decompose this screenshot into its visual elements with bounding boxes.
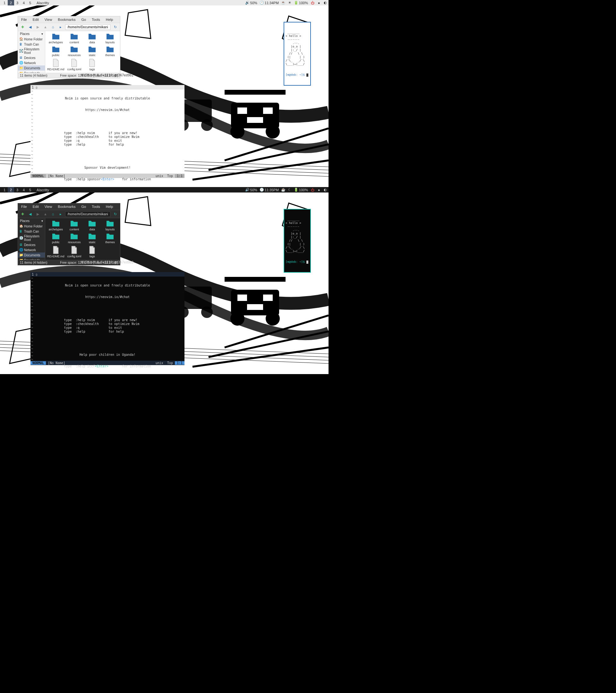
coffee-indicator[interactable]: ☕ bbox=[281, 188, 285, 192]
volume-indicator[interactable]: 🔊50% bbox=[245, 188, 257, 192]
clock[interactable]: 🕐11:35PM bbox=[260, 188, 279, 192]
volume-indicator[interactable]: 🔊50% bbox=[245, 1, 257, 5]
sidebar-trash-can[interactable]: 🗑Trash Can bbox=[18, 42, 45, 47]
file-item-README-md[interactable]: README.md bbox=[46, 58, 65, 72]
back-button[interactable]: ◀ bbox=[27, 24, 33, 30]
menu-go[interactable]: Go bbox=[81, 18, 86, 21]
app-title: Alacritty bbox=[37, 1, 49, 5]
refresh-button[interactable]: ↻ bbox=[112, 211, 118, 217]
battery-indicator[interactable]: 🔋100% bbox=[294, 188, 308, 192]
forward-button[interactable]: ▶ bbox=[35, 211, 41, 217]
sidebar-downloads[interactable]: 📁Downloads bbox=[18, 71, 45, 73]
sidebar-documents[interactable]: 📁Documents bbox=[18, 65, 45, 71]
menu-file[interactable]: File bbox=[21, 205, 27, 209]
workspace-4[interactable]: 4 bbox=[21, 187, 27, 193]
cursor: ▯ bbox=[36, 273, 38, 276]
menu-help[interactable]: Help bbox=[106, 18, 113, 21]
file-item-themes[interactable]: themes bbox=[101, 232, 119, 244]
menu-file[interactable]: File bbox=[21, 18, 27, 21]
nvim-window[interactable]: 1 ▯ ~~~~~~~~~~~~~~~~~~~~~~~~ NVIM v0.8.0… bbox=[31, 272, 184, 365]
sidebar-network[interactable]: 🌐Network bbox=[18, 248, 45, 253]
sidebar-network[interactable]: 🌐Network bbox=[18, 60, 45, 65]
tray-app-2[interactable]: ◐ bbox=[323, 1, 327, 5]
sidebar-filesystem-root[interactable]: 💽Filesystem Root bbox=[18, 47, 45, 55]
menu-edit[interactable]: Edit bbox=[33, 205, 39, 209]
refresh-button[interactable]: ↻ bbox=[112, 24, 118, 30]
sun-indicator[interactable]: ☀ bbox=[288, 1, 292, 5]
file-item-content[interactable]: content bbox=[66, 33, 83, 45]
sidebar-trash-can[interactable]: 🗑Trash Can bbox=[18, 229, 45, 234]
file-item-archetypes[interactable]: archetypes bbox=[46, 219, 65, 232]
file-item-public[interactable]: public bbox=[46, 232, 65, 244]
menu-view[interactable]: View bbox=[45, 18, 52, 21]
clock[interactable]: 🕐11:34PM bbox=[260, 1, 279, 5]
menu-help[interactable]: Help bbox=[106, 205, 113, 209]
menu-go[interactable]: Go bbox=[81, 205, 86, 209]
file-item-resources[interactable]: resources bbox=[66, 45, 83, 57]
breadcrumb-button[interactable]: ▸ bbox=[58, 24, 63, 30]
home-button[interactable]: ⌂ bbox=[50, 24, 56, 30]
file-item-layouts[interactable]: layouts bbox=[101, 33, 119, 45]
file-item-public[interactable]: public bbox=[46, 45, 65, 57]
menu-bookmarks[interactable]: Bookmarks bbox=[58, 18, 75, 21]
workspace-3[interactable]: 3 bbox=[14, 0, 21, 5]
menu-tools[interactable]: Tools bbox=[92, 18, 100, 21]
up-button[interactable]: ▲ bbox=[43, 24, 48, 30]
battery-indicator[interactable]: 🔋100% bbox=[294, 1, 308, 5]
menu-tools[interactable]: Tools bbox=[92, 205, 100, 209]
tilde: ~ bbox=[31, 340, 34, 343]
file-item-archetypes[interactable]: archetypes bbox=[46, 33, 65, 45]
sidebar-downloads[interactable]: 📁Downloads bbox=[18, 258, 45, 260]
tray-app-1[interactable]: ● bbox=[317, 1, 321, 5]
moon-indicator[interactable]: ☾ bbox=[288, 188, 292, 192]
file-item-layouts[interactable]: layouts bbox=[101, 219, 119, 232]
nvim-buffer[interactable]: ~~~~~~~~~~~~~~~~~~~~~~~~ NVIM v0.8.0-121… bbox=[31, 90, 184, 174]
collapse-icon[interactable]: ▾ bbox=[41, 219, 43, 223]
file-item-static[interactable]: static bbox=[83, 232, 101, 244]
workspace-5[interactable]: 5 bbox=[27, 0, 33, 5]
file-item-README-md[interactable]: README.md bbox=[46, 245, 65, 259]
file-item-themes[interactable]: themes bbox=[101, 45, 119, 57]
collapse-icon[interactable]: ▾ bbox=[41, 32, 43, 36]
file-item-resources[interactable]: resources bbox=[66, 232, 83, 244]
path-input[interactable] bbox=[65, 212, 111, 217]
tray-app-1[interactable]: ● bbox=[317, 188, 321, 192]
workspace-2[interactable]: 2 bbox=[8, 0, 14, 5]
sidebar-home-folder[interactable]: 🏠Home Folder bbox=[18, 224, 45, 229]
sidebar-home-folder[interactable]: 🏠Home Folder bbox=[18, 37, 45, 42]
forward-button[interactable]: ▶ bbox=[35, 24, 41, 30]
terminal-window[interactable]: _______ < hello > ------- .--. |o_o | |:… bbox=[284, 22, 311, 86]
up-button[interactable]: ▲ bbox=[43, 211, 48, 217]
terminal-window[interactable]: _______ < hello > ------- .--. |o_o | |:… bbox=[284, 209, 311, 273]
file-item-data[interactable]: data bbox=[83, 33, 101, 45]
path-input[interactable] bbox=[65, 24, 111, 30]
workspace-2[interactable]: 2 bbox=[8, 187, 14, 193]
sidebar-filesystem-root[interactable]: 💽Filesystem Root bbox=[18, 234, 45, 242]
power-button[interactable]: ⏻ bbox=[311, 1, 314, 5]
tray-app-2[interactable]: ◐ bbox=[323, 188, 327, 192]
workspace-1[interactable]: 1 bbox=[1, 187, 8, 193]
workspace-3[interactable]: 3 bbox=[14, 187, 21, 193]
sidebar-devices[interactable]: 🖥Devices bbox=[18, 55, 45, 60]
sidebar-label: Downloads bbox=[24, 259, 40, 260]
home-button[interactable]: ⌂ bbox=[50, 211, 56, 217]
file-item-content[interactable]: content bbox=[66, 219, 83, 232]
menu-view[interactable]: View bbox=[45, 205, 52, 209]
nvim-buffer[interactable]: ~~~~~~~~~~~~~~~~~~~~~~~~ NVIM v0.8.0-121… bbox=[31, 277, 184, 361]
menu-edit[interactable]: Edit bbox=[33, 18, 39, 21]
coffee-indicator[interactable]: ☕ bbox=[281, 1, 285, 5]
new-tab-button[interactable]: ✚ bbox=[20, 211, 26, 217]
file-item-static[interactable]: static bbox=[83, 45, 101, 57]
power-button[interactable]: ⏻ bbox=[311, 188, 314, 192]
sidebar-documents[interactable]: 📁Documents bbox=[18, 253, 45, 258]
workspace-4[interactable]: 4 bbox=[21, 0, 27, 5]
workspace-1[interactable]: 1 bbox=[1, 0, 8, 5]
workspace-5[interactable]: 5 bbox=[27, 187, 33, 193]
new-tab-button[interactable]: ✚ bbox=[20, 24, 26, 30]
file-item-data[interactable]: data bbox=[83, 219, 101, 232]
nvim-window[interactable]: 1 ▯ ~~~~~~~~~~~~~~~~~~~~~~~~ NVIM v0.8.0… bbox=[31, 85, 184, 178]
menu-bookmarks[interactable]: Bookmarks bbox=[58, 205, 75, 209]
back-button[interactable]: ◀ bbox=[27, 211, 33, 217]
breadcrumb-button[interactable]: ▸ bbox=[58, 211, 63, 217]
sidebar-devices[interactable]: 🖥Devices bbox=[18, 242, 45, 248]
